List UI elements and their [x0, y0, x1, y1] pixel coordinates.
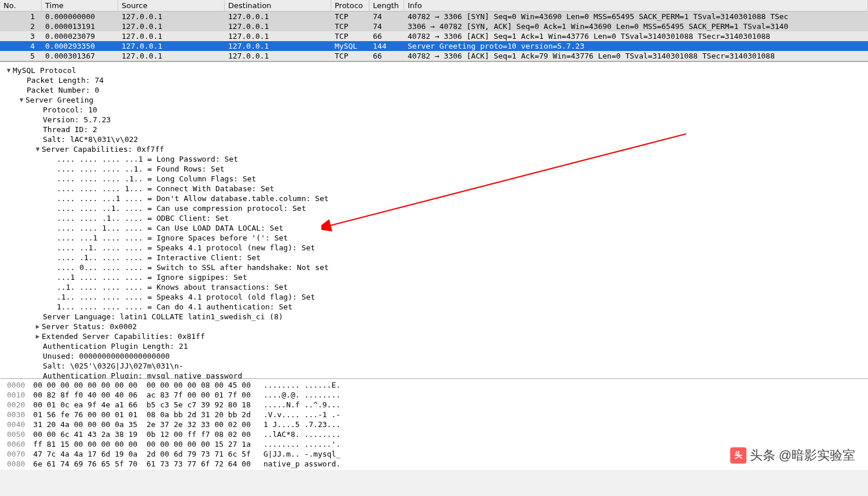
hex-row[interactable]: 003001 56 fe 76 00 00 01 01 08 0a bb 2d …	[0, 410, 868, 420]
column-header-protocol[interactable]: Protoco	[331, 0, 369, 11]
hex-offset: 0080	[0, 459, 33, 469]
tree-capability-flag[interactable]: 1... .... .... .... = Can do 4.1 authent…	[0, 302, 868, 312]
hex-bytes: 01 56 fe 76 00 00 01 01 08 0a bb 2d 31 2…	[33, 410, 263, 420]
hex-row[interactable]: 000000 00 00 00 00 00 00 00 00 00 00 00 …	[0, 380, 868, 390]
tree-thread-id[interactable]: Thread ID: 2	[0, 125, 868, 134]
packet-row[interactable]: 10.000000000127.0.0.1127.0.0.1TCP7440782…	[0, 12, 868, 21]
tree-capability-flag[interactable]: .... .... 1... .... = Can Use LOAD DATA …	[0, 223, 868, 233]
chevron-down-icon[interactable]: ▼	[34, 144, 42, 154]
packet-list-pane: No. Time Source Destination Protoco Leng…	[0, 0, 868, 61]
chevron-right-icon[interactable]: ▶	[34, 331, 42, 341]
hex-ascii: ..lAC*8. ........	[263, 429, 340, 439]
column-header-time[interactable]: Time	[42, 0, 118, 11]
tree-extended-capabilities[interactable]: ▶ Extended Server Capabilities: 0x81ff	[0, 331, 868, 341]
hex-offset: 0020	[0, 400, 33, 410]
tree-packet-length[interactable]: Packet Length: 74	[0, 75, 868, 85]
tree-capability-flag[interactable]: .... .1.. .... .... = Interactive Client…	[0, 253, 868, 262]
hex-row[interactable]: 001000 82 8f f0 40 00 40 06 ac 83 7f 00 …	[0, 390, 868, 400]
hex-row[interactable]: 002000 01 0c ea 9f 4e a1 66 b5 c3 5e c7 …	[0, 400, 868, 410]
tree-mysql-protocol[interactable]: ▼ MySQL Protocol	[0, 65, 868, 75]
hex-offset: 0060	[0, 439, 33, 449]
watermark: 头 头条 @暗影实验室	[730, 447, 855, 464]
tree-capability-flag[interactable]: .... .... .1.. .... = ODBC Client: Set	[0, 213, 868, 223]
packet-row[interactable]: 30.000023079127.0.0.1127.0.0.1TCP6640782…	[0, 31, 868, 41]
tree-packet-number[interactable]: Packet Number: 0	[0, 85, 868, 95]
hex-offset: 0040	[0, 420, 33, 429]
tree-server-greeting[interactable]: ▼ Server Greeting	[0, 95, 868, 105]
packet-row[interactable]: 50.000301367127.0.0.1127.0.0.1TCP6640782…	[0, 51, 868, 61]
hex-ascii: ........ ......E.	[263, 380, 340, 390]
tree-protocol[interactable]: Protocol: 10	[0, 105, 868, 115]
hex-bytes: 00 00 00 00 00 00 00 00 00 00 00 00 08 0…	[33, 380, 263, 390]
hex-bytes: ff 81 15 00 00 00 00 00 00 00 00 00 00 1…	[33, 439, 263, 449]
hex-bytes: 6e 61 74 69 76 65 5f 70 61 73 73 77 6f 7…	[33, 459, 263, 469]
tree-auth-plugin[interactable]: Authentication Plugin: mysql_native_pass…	[0, 371, 868, 379]
hex-row[interactable]: 005000 00 6c 41 43 2a 38 19 0b 12 00 ff …	[0, 429, 868, 439]
tree-server-capabilities[interactable]: ▼ Server Capabilities: 0xf7ff	[0, 144, 868, 154]
hex-bytes: 47 7c 4a 4a 17 6d 19 0a 2d 00 6d 79 73 7…	[33, 449, 263, 459]
hex-ascii: .V.v.... ...-1 .-	[263, 410, 340, 420]
hex-bytes: 00 82 8f f0 40 00 40 06 ac 83 7f 00 00 0…	[33, 390, 263, 400]
tree-capability-flag[interactable]: .... .... .... ...1 = Long Password: Set	[0, 154, 868, 164]
tree-capability-flag[interactable]: ..1. .... .... .... = Knows about transa…	[0, 282, 868, 292]
hex-ascii: ........ ......'.	[263, 439, 340, 449]
hex-row[interactable]: 004031 20 4a 00 00 00 0a 35 2e 37 2e 32 …	[0, 420, 868, 429]
column-header-length[interactable]: Length	[369, 0, 404, 11]
hex-ascii: native_p assword.	[263, 459, 340, 469]
hex-ascii: .....N.f ..^.9...	[263, 400, 340, 410]
chevron-down-icon[interactable]: ▼	[5, 65, 13, 75]
column-header-source[interactable]: Source	[118, 0, 225, 11]
hex-ascii: ....@.@. ........	[263, 390, 340, 400]
hex-ascii: 1 J....5 .7.23...	[263, 420, 340, 429]
tree-unused[interactable]: Unused: 00000000000000000000	[0, 351, 868, 361]
hex-offset: 0030	[0, 410, 33, 420]
hex-bytes: 31 20 4a 00 00 00 0a 35 2e 37 2e 32 33 0…	[33, 420, 263, 429]
packet-details-pane: ▼ MySQL Protocol Packet Length: 74 Packe…	[0, 61, 868, 379]
packet-row[interactable]: 20.000013191127.0.0.1127.0.0.1TCP743306 …	[0, 21, 868, 31]
tree-capability-flag[interactable]: .... ..1. .... .... = Speaks 4.1 protoco…	[0, 243, 868, 253]
tree-capability-flag[interactable]: .... .... ..1. .... = Can use compressio…	[0, 203, 868, 213]
hex-bytes: 00 01 0c ea 9f 4e a1 66 b5 c3 5e c7 39 9…	[33, 400, 263, 410]
column-header-no[interactable]: No.	[0, 0, 42, 11]
tree-capability-flag[interactable]: .... ...1 .... .... = Ignore Spaces befo…	[0, 233, 868, 243]
hex-ascii: G|JJ.m.. -.mysql_	[263, 449, 340, 459]
hex-bytes: 00 00 6c 41 43 2a 38 19 0b 12 00 ff f7 0…	[33, 429, 263, 439]
hex-offset: 0050	[0, 429, 33, 439]
tree-capability-flag[interactable]: .... .... .... .1.. = Long Column Flags:…	[0, 174, 868, 184]
tree-capability-flag[interactable]: .... .... ...1 .... = Don't Allow databa…	[0, 194, 868, 203]
tree-server-status[interactable]: ▶ Server Status: 0x0002	[0, 322, 868, 331]
tree-label: MySQL Protocol	[13, 65, 76, 75]
tree-salt[interactable]: Salt: lAC*8\031\v\022	[0, 134, 868, 144]
column-header-info[interactable]: Info	[404, 0, 868, 11]
chevron-right-icon[interactable]: ▶	[34, 322, 42, 331]
tree-capability-flag[interactable]: ...1 .... .... .... = Ignore sigpipes: S…	[0, 272, 868, 282]
tree-auth-plugin-length[interactable]: Authentication Plugin Length: 21	[0, 341, 868, 351]
column-header-destination[interactable]: Destination	[225, 0, 331, 11]
hex-offset: 0010	[0, 390, 33, 400]
watermark-text: 头条 @暗影实验室	[750, 447, 855, 464]
hex-offset: 0000	[0, 380, 33, 390]
watermark-icon: 头	[730, 447, 746, 464]
hex-offset: 0070	[0, 449, 33, 459]
packet-row[interactable]: 40.000293350127.0.0.1127.0.0.1MySQL144Se…	[0, 41, 868, 51]
tree-server-language[interactable]: Server Language: latin1 COLLATE latin1_s…	[0, 312, 868, 322]
tree-capability-flag[interactable]: .... .... .... 1... = Connect With Datab…	[0, 184, 868, 194]
tree-capability-flag[interactable]: .1.. .... .... .... = Speaks 4.1 protoco…	[0, 292, 868, 302]
tree-capability-flag[interactable]: .... 0... .... .... = Switch to SSL afte…	[0, 262, 868, 272]
tree-version[interactable]: Version: 5.7.23	[0, 115, 868, 125]
chevron-down-icon[interactable]: ▼	[17, 95, 25, 105]
packet-list-header: No. Time Source Destination Protoco Leng…	[0, 0, 868, 12]
tree-salt2[interactable]: Salt: \025'\032G|JJ\027m\031\n-	[0, 361, 868, 371]
tree-capability-flag[interactable]: .... .... .... ..1. = Found Rows: Set	[0, 164, 868, 174]
